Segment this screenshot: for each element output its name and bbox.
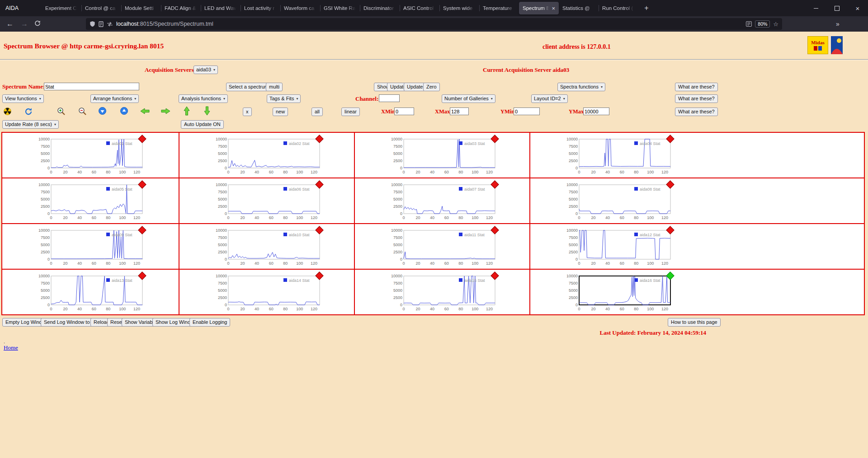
gallery-cell[interactable]: 025005000750010000020406080100120aida08 … xyxy=(530,178,865,224)
gallery-cell[interactable]: 025005000750010000020406080100120aida11 … xyxy=(355,224,530,270)
update-rate-select[interactable]: Update Rate (8 secs)▾ xyxy=(2,120,59,129)
what-are-these-button-1[interactable]: What are these? xyxy=(675,83,718,91)
svg-text:60: 60 xyxy=(92,261,96,266)
browser-tab[interactable]: Control @ ca xyxy=(81,2,121,14)
acquisition-server-select[interactable]: aida03▾ xyxy=(193,65,218,74)
gallery-cell[interactable]: 025005000750010000020406080100120aida05 … xyxy=(2,178,179,224)
ymin-input[interactable] xyxy=(514,107,540,115)
browser-tab[interactable]: LED and Wav xyxy=(201,2,241,14)
home-link[interactable]: Home xyxy=(4,344,18,351)
left-arrow-icon[interactable] xyxy=(140,108,150,114)
browser-tab[interactable]: Lost activity r xyxy=(241,2,280,14)
number-of-galleries-select[interactable]: Number of Galleries▾ xyxy=(442,94,495,103)
svg-text:5000: 5000 xyxy=(569,197,578,201)
close-button[interactable]: × xyxy=(847,0,868,16)
chevron-down-icon: ▾ xyxy=(39,97,41,101)
browser-tab[interactable]: FADC Align & xyxy=(161,2,201,14)
x-button[interactable]: x xyxy=(243,107,252,116)
site-info-icon[interactable] xyxy=(99,21,104,27)
svg-text:0: 0 xyxy=(47,211,50,216)
tab-close-icon[interactable]: × xyxy=(552,5,555,12)
radiation-icon[interactable] xyxy=(4,107,11,115)
spectrum-name-input[interactable] xyxy=(44,83,139,90)
zoom-level-button[interactable]: 80% xyxy=(755,20,770,28)
how-to-use-button[interactable]: How to use this page xyxy=(668,318,721,327)
scroll-up-circle-icon[interactable] xyxy=(120,107,128,115)
bookmark-star-icon[interactable]: ☆ xyxy=(773,21,778,28)
gallery-cell[interactable]: 025005000750010000020406080100120aida07 … xyxy=(355,178,530,224)
right-arrow-icon[interactable] xyxy=(161,108,170,114)
tab-label: Temperature xyxy=(483,5,515,11)
browser-tab[interactable]: Run Control ( xyxy=(599,2,638,14)
permissions-icon[interactable] xyxy=(107,22,113,27)
layout-id-select[interactable]: Layout ID=2▾ xyxy=(531,94,568,103)
ymax-input[interactable] xyxy=(583,107,609,115)
spectra-functions-select[interactable]: Spectra functions▾ xyxy=(557,83,605,91)
gallery-cell[interactable]: 025005000750010000020406080100120aida06 … xyxy=(179,178,355,224)
zoom-out-icon[interactable] xyxy=(78,107,87,116)
multi-button[interactable]: multi xyxy=(266,83,283,91)
gallery-cell[interactable]: 025005000750010000020406080100120aida13 … xyxy=(2,270,179,315)
browser-tab[interactable]: Spectrum B× xyxy=(519,2,559,14)
analysis-functions-select[interactable]: Analysis functions▾ xyxy=(179,94,228,103)
browser-tab[interactable]: Statistics @ xyxy=(559,2,599,14)
browser-tab[interactable]: Module Setti xyxy=(121,2,161,14)
minimize-button[interactable] xyxy=(806,0,826,16)
browser-tab[interactable]: System wide xyxy=(439,2,479,14)
arrange-functions-select[interactable]: Arrange functions▾ xyxy=(90,94,139,103)
all-button[interactable]: all xyxy=(311,107,323,116)
down-arrow-icon[interactable] xyxy=(204,106,210,116)
zero-button[interactable]: Zero xyxy=(423,83,440,91)
what-are-these-button-2[interactable]: What are these? xyxy=(675,94,718,103)
forward-button[interactable]: → xyxy=(21,20,28,28)
browser-tab[interactable]: GSI White Ra xyxy=(320,2,360,14)
svg-text:aida12 Stat: aida12 Stat xyxy=(640,233,660,237)
gallery-cell[interactable]: 025005000750010000020406080100120aida01 … xyxy=(2,133,179,178)
zoom-in-icon[interactable] xyxy=(57,107,66,116)
gallery-cell[interactable]: 025005000750010000020406080100120aida02 … xyxy=(179,133,355,178)
gallery-cell[interactable]: 025005000750010000020406080100120aida15 … xyxy=(355,270,530,315)
svg-text:0: 0 xyxy=(576,303,578,307)
gallery-cell[interactable]: 025005000750010000020406080100120aida16 … xyxy=(530,270,865,315)
xmax-input[interactable] xyxy=(450,107,469,115)
gallery-cell[interactable]: 025005000750010000020406080100120aida09 … xyxy=(2,224,179,270)
svg-text:60: 60 xyxy=(444,215,449,220)
gallery-cell[interactable]: 025005000750010000020406080100120aida04 … xyxy=(530,133,865,178)
new-button[interactable]: new xyxy=(273,107,288,116)
up-arrow-icon[interactable] xyxy=(184,106,190,116)
browser-tab[interactable]: Waveform ca xyxy=(280,2,320,14)
browser-tab[interactable]: Discriminator xyxy=(360,2,400,14)
url-bar[interactable]: localhost:8015/Spectrum/Spectrum.tml 80%… xyxy=(86,18,782,30)
reader-mode-icon[interactable] xyxy=(746,21,752,27)
browser-tab[interactable]: Experiment C xyxy=(42,2,81,14)
tags-fits-select[interactable]: Tags & Fits▾ xyxy=(267,94,301,103)
channel-input[interactable] xyxy=(379,94,400,102)
svg-text:0: 0 xyxy=(47,166,50,170)
gallery-cell[interactable]: 025005000750010000020406080100120aida14 … xyxy=(179,270,355,315)
spectrum-chart: 025005000750010000020406080100120aida11 … xyxy=(390,226,500,269)
what-are-these-button-3[interactable]: What are these? xyxy=(675,107,718,116)
maximize-button[interactable] xyxy=(826,0,847,16)
svg-text:100: 100 xyxy=(119,215,126,220)
svg-text:10000: 10000 xyxy=(391,228,402,233)
reload-button[interactable] xyxy=(34,20,41,28)
view-functions-select[interactable]: View functions▾ xyxy=(2,94,44,103)
scroll-down-circle-icon[interactable] xyxy=(99,107,106,115)
enable-logging-button[interactable]: Enable Logging xyxy=(189,318,230,327)
refresh-icon[interactable] xyxy=(24,107,33,116)
gallery-cell[interactable]: 025005000750010000020406080100120aida03 … xyxy=(355,133,530,178)
svg-text:aida05 Stat: aida05 Stat xyxy=(112,187,132,192)
back-button[interactable]: ← xyxy=(6,20,14,28)
linear-button[interactable]: linear xyxy=(341,107,360,116)
url-text[interactable]: localhost:8015/Spectrum/Spectrum.tml xyxy=(116,21,213,27)
browser-tab[interactable]: ASIC Control xyxy=(400,2,439,14)
xmin-input[interactable] xyxy=(394,107,414,115)
toolbar-overflow-button[interactable]: » xyxy=(836,21,840,27)
auto-update-button[interactable]: Auto Update ON xyxy=(181,120,224,129)
gallery-cell[interactable]: 025005000750010000020406080100120aida10 … xyxy=(179,224,355,270)
browser-tab[interactable]: Temperature xyxy=(479,2,519,14)
svg-text:80: 80 xyxy=(458,215,463,220)
new-tab-button[interactable]: + xyxy=(641,3,652,14)
gallery-cell[interactable]: 025005000750010000020406080100120aida12 … xyxy=(530,224,865,270)
shield-icon[interactable] xyxy=(90,21,95,27)
